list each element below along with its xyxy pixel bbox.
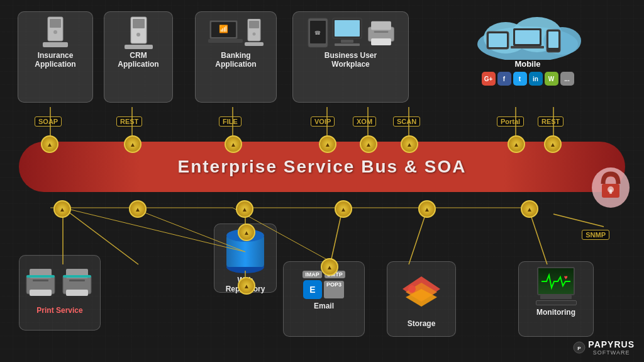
node-portal-top [508, 135, 525, 153]
lock-security-icon [591, 164, 631, 211]
svg-line-24 [553, 214, 604, 227]
main-container: Insurance Application CRMApplication 📶 [0, 0, 644, 362]
node-rest-top [544, 135, 562, 153]
node-email-mid [321, 258, 338, 276]
node-email-bottom [335, 200, 352, 218]
node-xom-top [360, 135, 377, 153]
svg-rect-66 [609, 189, 612, 194]
node-print-bottom [53, 200, 71, 218]
esb-label: Enterprise Service Bus & SOA [177, 157, 466, 177]
node-storage-bottom [418, 200, 436, 218]
node-webrepo-bot [238, 277, 255, 295]
node-scan-top [401, 135, 418, 153]
node-banking-bottom [236, 200, 253, 218]
svg-line-17 [63, 208, 245, 252]
node-webrepo-mid [238, 223, 255, 241]
node-voip-top [319, 135, 336, 153]
svg-line-9 [63, 208, 138, 264]
node-monitor-bottom [521, 200, 538, 218]
node-insurance-top [41, 135, 58, 153]
node-banking-top [225, 135, 242, 153]
svg-line-21 [132, 208, 245, 252]
node-crm-bottom [129, 200, 147, 218]
node-crm-top [124, 135, 142, 153]
